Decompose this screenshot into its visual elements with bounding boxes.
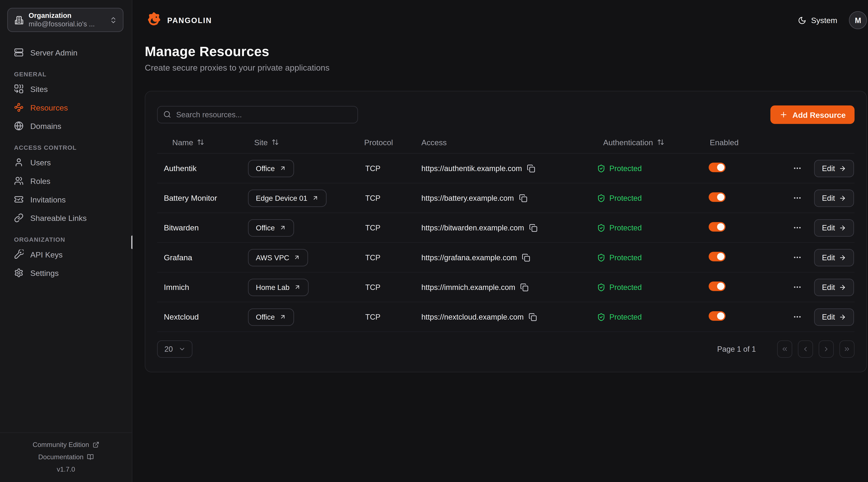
table-row: Bitwarden Office TCP https://bitwarden.e… bbox=[157, 213, 855, 243]
pagination-bar: 20 Page 1 of 1 bbox=[157, 341, 855, 358]
site-chip-label: Edge Device 01 bbox=[256, 194, 307, 202]
theme-label: System bbox=[811, 15, 837, 25]
chevron-down-icon bbox=[179, 346, 186, 353]
sidebar-item-resources[interactable]: Resources bbox=[0, 98, 132, 117]
site-chip[interactable]: Office bbox=[248, 160, 294, 177]
sidebar-item-api-keys[interactable]: API Keys bbox=[0, 245, 132, 263]
resource-protocol: TCP bbox=[364, 283, 422, 291]
resource-protocol: TCP bbox=[364, 313, 422, 321]
avatar[interactable]: M bbox=[849, 11, 867, 29]
prev-page-button[interactable] bbox=[798, 341, 813, 358]
site-chip[interactable]: AWS VPC bbox=[248, 249, 308, 266]
resource-url: https://authentik.example.com bbox=[421, 164, 522, 172]
column-header-enabled: Enabled bbox=[709, 137, 784, 147]
copy-url-button[interactable] bbox=[527, 164, 535, 172]
search-box bbox=[157, 106, 358, 123]
edit-button-label: Edit bbox=[822, 223, 835, 232]
copy-url-button[interactable] bbox=[522, 253, 530, 261]
copy-icon bbox=[529, 223, 537, 232]
theme-toggle[interactable]: System bbox=[798, 15, 837, 25]
sort-icon[interactable] bbox=[197, 138, 205, 146]
next-page-button[interactable] bbox=[819, 341, 834, 358]
column-header-site[interactable]: Site bbox=[248, 137, 364, 147]
sidebar-item-domains[interactable]: Domains bbox=[0, 117, 132, 135]
documentation-link[interactable]: Documentation bbox=[0, 451, 132, 463]
sidebar-item-server-admin[interactable]: Server Admin bbox=[0, 43, 132, 62]
row-menu-button[interactable] bbox=[793, 312, 802, 321]
row-actions: Edit bbox=[784, 249, 855, 266]
column-header-authentication[interactable]: Authentication bbox=[597, 137, 709, 147]
sidebar-item-settings[interactable]: Settings bbox=[0, 263, 132, 282]
column-header-name[interactable]: Name bbox=[157, 137, 248, 147]
row-menu-button[interactable] bbox=[793, 253, 802, 262]
site-chip[interactable]: Office bbox=[248, 308, 294, 325]
site-chip-label: Office bbox=[256, 313, 275, 321]
sidebar-item-invitations[interactable]: Invitations bbox=[0, 190, 132, 209]
ticket-check-icon bbox=[14, 195, 24, 204]
enabled-toggle[interactable] bbox=[709, 222, 725, 231]
row-menu-button[interactable] bbox=[793, 283, 802, 292]
enabled-toggle[interactable] bbox=[709, 281, 725, 291]
authentication-label: Protected bbox=[609, 283, 642, 291]
sidebar: Organization milo@fossorial.io's ... Ser… bbox=[0, 0, 132, 482]
search-input[interactable] bbox=[157, 106, 358, 123]
authentication-label: Protected bbox=[609, 223, 642, 232]
enabled-toggle[interactable] bbox=[709, 162, 725, 172]
toggle-knob bbox=[717, 253, 724, 260]
edit-button-label: Edit bbox=[822, 283, 835, 291]
ellipsis-icon bbox=[793, 283, 802, 292]
page-size-select[interactable]: 20 bbox=[157, 341, 192, 358]
enabled-toggle[interactable] bbox=[709, 192, 725, 202]
edit-button[interactable]: Edit bbox=[814, 189, 854, 207]
shield-check-icon bbox=[597, 283, 606, 291]
sidebar-item-label: Roles bbox=[30, 176, 51, 185]
sidebar-item-sites[interactable]: Sites bbox=[0, 79, 132, 98]
first-page-button[interactable] bbox=[777, 341, 792, 358]
external-link-icon bbox=[93, 441, 99, 448]
copy-url-button[interactable] bbox=[520, 283, 529, 291]
community-edition-link[interactable]: Community Edition bbox=[0, 438, 132, 451]
site-chip[interactable]: Home Lab bbox=[248, 279, 309, 296]
resources-card: Add Resource Name Site Protocol Access A… bbox=[145, 91, 867, 373]
edit-button[interactable]: Edit bbox=[814, 279, 854, 296]
authentication-badge: Protected bbox=[597, 313, 709, 321]
resource-url: https://bitwarden.example.com bbox=[421, 223, 524, 232]
enabled-toggle[interactable] bbox=[709, 252, 725, 261]
copy-url-button[interactable] bbox=[519, 194, 527, 202]
org-selector[interactable]: Organization milo@fossorial.io's ... bbox=[7, 8, 123, 32]
edit-button[interactable]: Edit bbox=[814, 308, 854, 325]
row-menu-button[interactable] bbox=[793, 223, 802, 232]
community-edition-label: Community Edition bbox=[33, 438, 89, 451]
arrow-up-right-icon bbox=[312, 195, 318, 201]
column-header-label: Protocol bbox=[364, 137, 393, 147]
sidebar-item-shareable-links[interactable]: Shareable Links bbox=[0, 208, 132, 227]
site-chip[interactable]: Office bbox=[248, 219, 294, 236]
last-page-button[interactable] bbox=[840, 341, 855, 358]
sort-icon[interactable] bbox=[657, 138, 664, 146]
copy-url-button[interactable] bbox=[529, 223, 537, 232]
enabled-toggle[interactable] bbox=[709, 311, 725, 320]
copy-url-button[interactable] bbox=[529, 313, 537, 321]
sidebar-item-roles[interactable]: Roles bbox=[0, 171, 132, 190]
site-chip-label: AWS VPC bbox=[256, 253, 289, 261]
add-resource-button[interactable]: Add Resource bbox=[771, 105, 855, 124]
table-header-row: Name Site Protocol Access Authentication… bbox=[157, 131, 855, 154]
row-menu-button[interactable] bbox=[793, 164, 802, 173]
resource-protocol: TCP bbox=[364, 223, 422, 232]
access-cell: https://authentik.example.com bbox=[421, 164, 597, 172]
page-indicator: Page 1 of 1 bbox=[717, 345, 756, 353]
row-menu-button[interactable] bbox=[793, 193, 802, 202]
site-chip[interactable]: Edge Device 01 bbox=[248, 189, 327, 207]
resource-protocol: TCP bbox=[364, 253, 422, 261]
edit-button[interactable]: Edit bbox=[814, 249, 854, 266]
edit-button-label: Edit bbox=[822, 164, 835, 172]
table-row: Authentik Office TCP https://authentik.e… bbox=[157, 154, 855, 183]
combine-icon bbox=[14, 84, 24, 94]
copy-icon bbox=[527, 164, 535, 172]
sidebar-item-users[interactable]: Users bbox=[0, 153, 132, 171]
sort-icon[interactable] bbox=[272, 138, 279, 146]
column-header-access: Access bbox=[421, 137, 597, 147]
sidebar-item-label: Sites bbox=[30, 84, 48, 93]
edit-button[interactable]: Edit bbox=[814, 219, 854, 236]
edit-button[interactable]: Edit bbox=[814, 160, 854, 177]
